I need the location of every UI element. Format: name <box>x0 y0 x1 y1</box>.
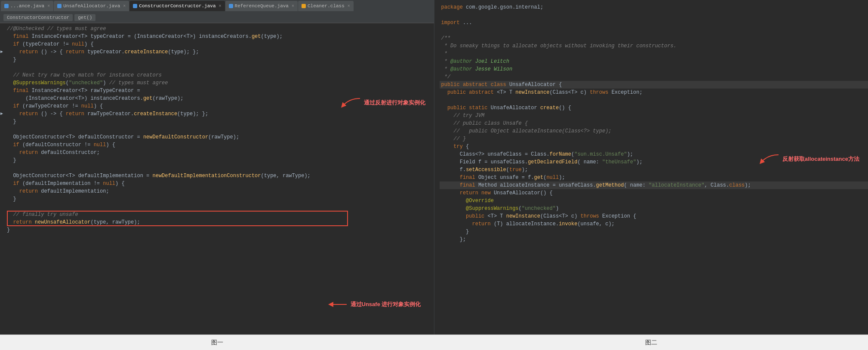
line-content: @SuppressWarnings("unchecked") // types … <box>5 79 434 87</box>
gutter <box>434 42 440 50</box>
editors-row: ...ance.java × UnsafeAllocator.java × Co… <box>0 0 868 335</box>
line-content: * <box>440 50 868 58</box>
gutter <box>0 64 5 71</box>
line-content <box>440 27 868 34</box>
code-line: @SuppressWarnings("unchecked") <box>434 205 868 212</box>
line-content <box>440 11 868 19</box>
java-file-icon <box>229 4 233 8</box>
line-content: return () -> { return rawTypeCreator.cre… <box>5 110 434 118</box>
tab-cleaner-class[interactable]: Cleaner.class × <box>298 1 354 11</box>
annotation-text-right: 反射获取allocateinstance方法 <box>782 155 859 163</box>
left-tab-bar: ...ance.java × UnsafeAllocator.java × Co… <box>0 0 434 12</box>
line-content: final Method allocateInstance = unsafeCl… <box>440 181 868 189</box>
gutter <box>434 104 440 112</box>
code-line: import ... <box>434 19 868 27</box>
annotation-reflection-right: 反射获取allocateinstance方法 <box>755 153 859 166</box>
line-content: public abstract class UnsafeAllocator { <box>440 81 868 89</box>
gutter <box>434 158 440 166</box>
tab-close-icon[interactable]: × <box>219 4 222 9</box>
right-code-area: package com.google.gson.internal; import… <box>434 0 868 335</box>
tab-close-icon[interactable]: × <box>348 4 350 9</box>
code-line: ▶ return () -> { return typeCreator.crea… <box>0 48 434 56</box>
gutter <box>434 220 440 228</box>
breadcrumb-class[interactable]: ConstructorConstructor <box>3 14 73 21</box>
code-line: package com.google.gson.internal; <box>434 3 868 11</box>
tab-close-icon[interactable]: × <box>47 4 50 9</box>
gutter <box>0 118 5 126</box>
code-line: return (T) allocateInstance.invoke(unsaf… <box>434 220 868 228</box>
code-line: ObjectConstructor<T> defaultImplementati… <box>0 172 434 180</box>
code-line: } <box>0 226 434 234</box>
line-content: } <box>5 195 434 203</box>
gutter <box>434 11 440 19</box>
gutter <box>0 180 5 187</box>
code-line: * @author Jesse Wilson <box>434 65 868 73</box>
gutter: ▶ <box>0 48 5 56</box>
line-content: } <box>5 157 434 164</box>
gutter <box>434 127 440 135</box>
line-content: * Do sneaky things to allocate objects w… <box>440 42 868 50</box>
tab-ance-java[interactable]: ...ance.java × <box>1 1 53 11</box>
annotation-reflection: 通过反射进行对象实例化 <box>336 96 425 109</box>
arrow-svg <box>336 96 362 109</box>
java-file-icon <box>4 4 9 8</box>
gutter <box>434 3 440 11</box>
line-content: public static UnsafeAllocator create() { <box>440 104 868 112</box>
code-line: // Next try raw type match for instance … <box>0 71 434 79</box>
code-line: * Do sneaky things to allocate objects w… <box>434 42 868 50</box>
gutter <box>434 181 440 189</box>
code-line: }; <box>434 236 868 243</box>
gutter <box>0 195 5 203</box>
line-content: // Next try raw type match for instance … <box>5 71 434 79</box>
gutter <box>0 149 5 157</box>
tab-unsafeallocator[interactable]: UnsafeAllocator.java × <box>54 1 129 11</box>
arrow-svg-right <box>755 153 781 166</box>
code-line: // public class Unsafe { <box>434 120 868 127</box>
gutter <box>434 150 440 158</box>
caption-bar: 图一 图二 <box>0 335 868 350</box>
tab-referencequeue[interactable]: ReferenceQueue.java × <box>225 1 298 11</box>
code-line: ObjectConstructor<T> defaultConstructor … <box>0 133 434 141</box>
left-editor-panel: ...ance.java × UnsafeAllocator.java × Co… <box>0 0 434 335</box>
code-line: @SuppressWarnings("unchecked") // types … <box>0 79 434 87</box>
code-line: final InstanceCreator<T> rawTypeCreator … <box>0 87 434 95</box>
line-content: ObjectConstructor<T> defaultConstructor … <box>5 133 434 141</box>
tab-close-icon[interactable]: × <box>292 4 294 9</box>
code-line: return defaultImplementation; <box>0 187 434 195</box>
gutter <box>434 50 440 58</box>
code-line: // public Object allocateInstance(Class<… <box>434 127 868 135</box>
gutter <box>434 135 440 143</box>
gutter <box>0 71 5 79</box>
code-line: return defaultConstructor; <box>0 149 434 157</box>
gutter <box>434 174 440 181</box>
gutter <box>434 236 440 243</box>
code-line: return new UnsafeAllocator() { <box>434 189 868 197</box>
gutter <box>0 203 5 211</box>
code-line: return newUnsafeAllocator(type, rawType)… <box>0 218 434 226</box>
code-line: } <box>0 195 434 203</box>
code-line: public abstract <T> T newInstance(Class<… <box>434 89 868 96</box>
gutter <box>434 34 440 42</box>
breadcrumb-method[interactable]: get() <box>74 14 95 21</box>
line-content <box>5 203 434 211</box>
gutter <box>434 65 440 73</box>
code-line <box>0 164 434 172</box>
right-editor-panel: package com.google.gson.internal; import… <box>434 0 868 335</box>
tab-close-icon[interactable]: × <box>123 4 126 9</box>
tab-label: Cleaner.class <box>308 3 345 9</box>
left-breadcrumb: ConstructorConstructor get() <box>0 12 434 23</box>
gutter <box>434 228 440 236</box>
tab-constructorconstructor[interactable]: ConstructorConstructor.java × <box>129 1 225 11</box>
code-line: final Object unsafe = f.get(null); <box>434 174 868 181</box>
tab-label: ...ance.java <box>10 3 44 9</box>
code-line: * <box>434 50 868 58</box>
line-content: return newUnsafeAllocator(type, rawType)… <box>5 218 434 226</box>
gutter <box>0 56 5 64</box>
gutter <box>434 73 440 81</box>
gutter <box>0 157 5 164</box>
gutter <box>0 187 5 195</box>
gutter <box>434 197 440 205</box>
code-line: if (defaultConstructor != null) { <box>0 141 434 149</box>
gutter <box>0 25 5 33</box>
line-content: f.setAccessible(true); <box>440 166 868 174</box>
